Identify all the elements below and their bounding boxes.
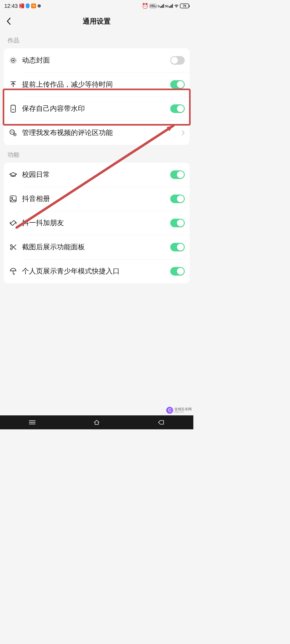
svg-point-11 xyxy=(11,197,13,199)
status-time: 12:43 xyxy=(4,3,18,9)
alarm-icon: ⏰ xyxy=(142,3,148,9)
settings-scroll[interactable]: 作品 动态封面 提前上传作品，减少等待时间 保存自己内容带水印 xyxy=(0,31,193,415)
wifi-icon xyxy=(174,3,179,9)
signal-2-icon: 5G xyxy=(165,4,173,8)
chevron-right-icon xyxy=(182,130,185,136)
status-left: 12:43 头条 淘 xyxy=(4,3,41,9)
upload-icon xyxy=(9,80,18,89)
svg-point-2 xyxy=(12,60,14,61)
nav-recent-button[interactable] xyxy=(24,418,40,426)
card-works: 动态封面 提前上传作品，减少等待时间 保存自己内容带水印 管理我发布视频的评论区… xyxy=(4,48,190,145)
svg-point-7 xyxy=(13,132,14,132)
row-label: 保存自己内容带水印 xyxy=(22,104,166,113)
comment-gear-icon xyxy=(9,128,18,137)
toggle-pre-upload[interactable] xyxy=(170,80,185,89)
graduation-cap-icon xyxy=(9,170,18,179)
target-icon xyxy=(9,56,18,65)
status-bar: 12:43 头条 淘 ⏰ HD₂ G 5G 79 xyxy=(0,0,193,12)
page-title: 通用设置 xyxy=(83,17,111,26)
card-features: 校园日常 抖音相册 抖一抖加朋友 截图后展示功能面板 xyxy=(4,163,190,283)
row-label: 个人页展示青少年模式快捷入口 xyxy=(22,266,166,276)
row-teen-mode[interactable]: 个人页展示青少年模式快捷入口 xyxy=(4,259,190,283)
signal-1-icon: G xyxy=(158,4,164,8)
svg-rect-3 xyxy=(11,105,16,112)
phone-watermark-icon xyxy=(9,104,18,113)
nav-home-button[interactable] xyxy=(89,418,105,426)
row-label: 截图后展示功能面板 xyxy=(22,242,166,252)
toggle-campus[interactable] xyxy=(170,170,185,179)
system-nav-bar xyxy=(0,415,193,429)
toggle-screenshot[interactable] xyxy=(170,243,185,251)
row-pre-upload[interactable]: 提前上传作品，减少等待时间 xyxy=(4,72,190,97)
toggle-shake[interactable] xyxy=(170,219,185,227)
svg-point-9 xyxy=(15,134,15,135)
row-screenshot[interactable]: 截图后展示功能面板 xyxy=(4,235,190,259)
notification-dot-icon xyxy=(38,4,41,8)
row-label: 动态封面 xyxy=(22,56,166,65)
row-dynamic-cover[interactable]: 动态封面 xyxy=(4,48,190,72)
svg-rect-12 xyxy=(10,220,16,226)
row-label: 抖音相册 xyxy=(22,194,166,203)
scissors-icon xyxy=(9,243,18,252)
row-manage-comments[interactable]: 管理我发布视频的评论区功能 xyxy=(4,121,190,145)
header: 通用设置 xyxy=(0,12,193,31)
row-album[interactable]: 抖音相册 xyxy=(4,187,190,211)
svg-point-6 xyxy=(12,132,13,132)
toggle-watermark[interactable] xyxy=(170,104,185,113)
row-shake[interactable]: 抖一抖加朋友 xyxy=(4,211,190,235)
section-label-works: 作品 xyxy=(0,31,193,48)
shake-icon xyxy=(9,218,18,228)
nav-back-button[interactable] xyxy=(153,418,169,426)
app-icon-2 xyxy=(26,3,30,8)
source-watermark: C 龙城安卓网 lcjtg.com xyxy=(166,407,192,414)
row-watermark[interactable]: 保存自己内容带水印 xyxy=(4,97,190,121)
battery-icon: 79 xyxy=(180,3,189,8)
row-label: 管理我发布视频的评论区功能 xyxy=(22,128,177,137)
umbrella-icon xyxy=(9,267,18,276)
section-label-features: 功能 xyxy=(0,145,193,163)
back-button[interactable] xyxy=(3,16,14,27)
watermark-logo-icon: C xyxy=(166,407,173,414)
toggle-teen-mode[interactable] xyxy=(170,267,185,276)
row-campus[interactable]: 校园日常 xyxy=(4,163,190,187)
row-label: 校园日常 xyxy=(22,170,166,179)
row-label: 抖一抖加朋友 xyxy=(22,218,166,228)
row-label: 提前上传作品，减少等待时间 xyxy=(22,80,166,89)
watermark-line2: lcjtg.com xyxy=(174,411,192,413)
toggle-album[interactable] xyxy=(170,195,185,203)
hd-icon: HD₂ xyxy=(150,4,157,8)
toggle-dynamic-cover[interactable] xyxy=(170,56,185,65)
app-icon-1: 头条 xyxy=(19,3,24,8)
status-right: ⏰ HD₂ G 5G 79 xyxy=(142,3,189,9)
app-icon-3: 淘 xyxy=(31,3,36,8)
svg-point-5 xyxy=(11,132,12,132)
image-icon xyxy=(9,194,18,203)
